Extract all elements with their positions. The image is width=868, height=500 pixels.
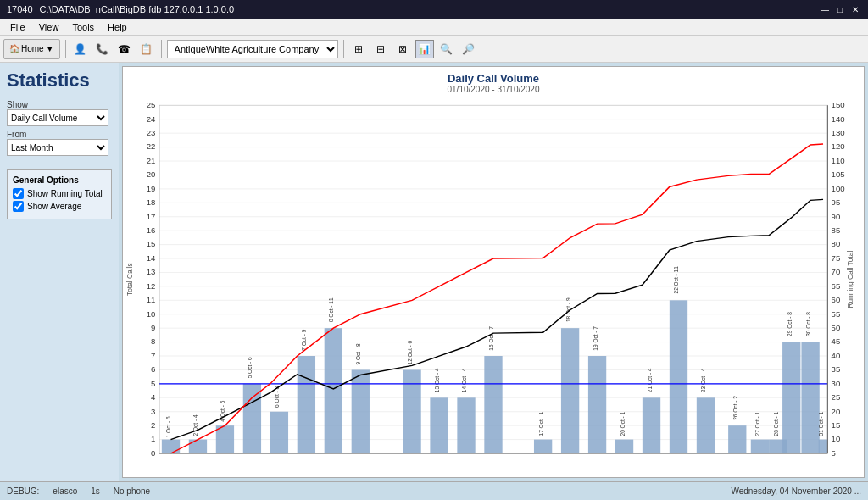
show-row: Show Daily Call Volume bbox=[7, 100, 112, 126]
svg-text:20: 20 bbox=[147, 171, 156, 179]
bar-1 bbox=[162, 440, 180, 453]
bar-13 bbox=[534, 440, 552, 453]
toolbar-icon-search[interactable]: 🔍 bbox=[437, 40, 456, 58]
bar-12 bbox=[484, 356, 502, 453]
svg-text:110: 110 bbox=[832, 157, 845, 164]
menu-help[interactable]: Help bbox=[101, 19, 134, 35]
bar-20 bbox=[728, 425, 746, 453]
chart-subtitle: 01/10/2020 - 31/10/2020 bbox=[123, 85, 864, 94]
bar-24 bbox=[801, 342, 819, 453]
svg-text:19 Oct - 7: 19 Oct - 7 bbox=[592, 326, 598, 351]
toolbar-icon-chart[interactable]: 📊 bbox=[415, 40, 434, 58]
svg-text:28 Oct - 1: 28 Oct - 1 bbox=[772, 412, 778, 436]
svg-text:55: 55 bbox=[832, 310, 841, 318]
minimize-button[interactable]: — bbox=[819, 3, 831, 15]
chart-container: 0 1 2 3 4 5 6 7 8 9 10 11 12 13 14 15 16 bbox=[123, 97, 864, 477]
bar-5 bbox=[270, 412, 288, 453]
toolbar-icon-3[interactable]: ☎ bbox=[115, 40, 134, 58]
show-selector[interactable]: Daily Call Volume bbox=[7, 109, 108, 126]
svg-text:10: 10 bbox=[832, 436, 841, 443]
svg-text:50: 50 bbox=[832, 325, 841, 332]
menu-view[interactable]: View bbox=[32, 19, 66, 35]
toolbar-icon-zoom[interactable]: 🔎 bbox=[459, 40, 478, 58]
bar-7 bbox=[325, 328, 342, 453]
home-label: Home bbox=[21, 44, 44, 53]
toolbar-icon-1[interactable]: 👤 bbox=[71, 40, 90, 58]
svg-text:25: 25 bbox=[832, 394, 841, 402]
svg-text:80: 80 bbox=[832, 241, 841, 248]
svg-text:0: 0 bbox=[151, 449, 155, 457]
svg-text:90: 90 bbox=[832, 213, 841, 220]
toolbar-icon-grid3[interactable]: ⊠ bbox=[393, 40, 412, 58]
average-label: Show Average bbox=[27, 202, 81, 211]
toolbar-separator-3 bbox=[343, 40, 344, 58]
title-bar: 17040 C:\DATA\DB_nCall\BigDB.fdb 127.0.0… bbox=[0, 0, 868, 19]
svg-text:15: 15 bbox=[147, 241, 156, 248]
svg-text:85: 85 bbox=[832, 227, 841, 235]
toolbar-icon-grid2[interactable]: ⊟ bbox=[371, 40, 390, 58]
bar-8 bbox=[352, 369, 370, 453]
toolbar-icon-2[interactable]: 📞 bbox=[93, 40, 112, 58]
window-controls[interactable]: — □ ✕ bbox=[819, 3, 861, 15]
svg-text:2: 2 bbox=[151, 421, 155, 429]
from-selector[interactable]: Last Month bbox=[7, 139, 108, 156]
toolbar-icon-grid1[interactable]: ⊞ bbox=[349, 40, 368, 58]
svg-text:100: 100 bbox=[832, 185, 845, 192]
svg-text:150: 150 bbox=[832, 102, 845, 109]
bar-14 bbox=[561, 328, 579, 453]
chart-svg: 0 1 2 3 4 5 6 7 8 9 10 11 12 13 14 15 16 bbox=[123, 97, 864, 477]
running-total-row[interactable]: Show Running Total bbox=[13, 188, 106, 199]
average-checkbox[interactable] bbox=[13, 201, 24, 212]
home-button[interactable]: 🏠 Home ▼ bbox=[3, 39, 60, 59]
svg-text:14: 14 bbox=[147, 254, 156, 262]
toolbar-separator-2 bbox=[161, 40, 162, 58]
svg-text:30 Oct - 8: 30 Oct - 8 bbox=[805, 312, 811, 336]
svg-text:24: 24 bbox=[147, 115, 156, 123]
svg-text:13 Oct - 4: 13 Oct - 4 bbox=[434, 368, 440, 392]
svg-text:70: 70 bbox=[832, 269, 841, 276]
bar-4 bbox=[243, 384, 261, 453]
svg-text:25: 25 bbox=[147, 102, 156, 109]
svg-text:Total Calls: Total Calls bbox=[125, 263, 134, 296]
svg-text:3: 3 bbox=[151, 408, 155, 415]
bar-18 bbox=[670, 300, 687, 453]
svg-text:23: 23 bbox=[147, 130, 156, 137]
toolbar-icon-4[interactable]: 📋 bbox=[137, 40, 156, 58]
toolbar-separator-1 bbox=[65, 40, 66, 58]
svg-text:8: 8 bbox=[151, 338, 155, 346]
maximize-button[interactable]: □ bbox=[834, 3, 846, 15]
status-bar: DEBUG: elasco 1s No phone Wednesday, 04 … bbox=[0, 481, 868, 500]
svg-text:9: 9 bbox=[151, 325, 155, 332]
svg-text:21: 21 bbox=[147, 157, 156, 164]
chart-title: Daily Call Volume bbox=[123, 67, 864, 85]
svg-text:14 Oct - 4: 14 Oct - 4 bbox=[461, 368, 467, 392]
menu-tools[interactable]: Tools bbox=[65, 19, 101, 35]
svg-text:12: 12 bbox=[147, 282, 156, 290]
svg-text:105: 105 bbox=[832, 171, 845, 179]
svg-text:4: 4 bbox=[151, 394, 155, 402]
svg-text:5 Oct - 6: 5 Oct - 6 bbox=[247, 357, 253, 378]
bar-6 bbox=[298, 356, 315, 453]
status-elasco: elasco bbox=[53, 486, 77, 496]
svg-text:29 Oct - 8: 29 Oct - 8 bbox=[786, 312, 792, 336]
svg-text:60: 60 bbox=[832, 297, 841, 304]
running-total-checkbox[interactable] bbox=[13, 188, 24, 199]
statusbar-date: Wednesday, 04 November 2020 ... bbox=[731, 486, 861, 496]
company-selector[interactable]: AntiqueWhite Agriculture Company bbox=[167, 40, 338, 58]
close-button[interactable]: ✕ bbox=[849, 3, 861, 15]
average-row[interactable]: Show Average bbox=[13, 201, 106, 212]
app-id: 17040 bbox=[7, 4, 33, 14]
menu-file[interactable]: File bbox=[3, 19, 32, 35]
svg-text:9 Oct - 8: 9 Oct - 8 bbox=[355, 343, 361, 364]
statusbar-left: DEBUG: elasco 1s No phone bbox=[7, 486, 150, 496]
debug-label: DEBUG: bbox=[7, 486, 39, 496]
svg-text:95: 95 bbox=[832, 199, 841, 207]
svg-text:16: 16 bbox=[147, 227, 156, 235]
svg-text:Running Call Total: Running Call Total bbox=[846, 251, 855, 308]
svg-text:30: 30 bbox=[832, 380, 841, 387]
svg-text:19: 19 bbox=[147, 185, 156, 192]
bar-2 bbox=[189, 440, 207, 453]
bar-10 bbox=[430, 397, 448, 453]
svg-text:45: 45 bbox=[832, 338, 841, 346]
svg-text:27 Oct - 1: 27 Oct - 1 bbox=[754, 412, 760, 436]
